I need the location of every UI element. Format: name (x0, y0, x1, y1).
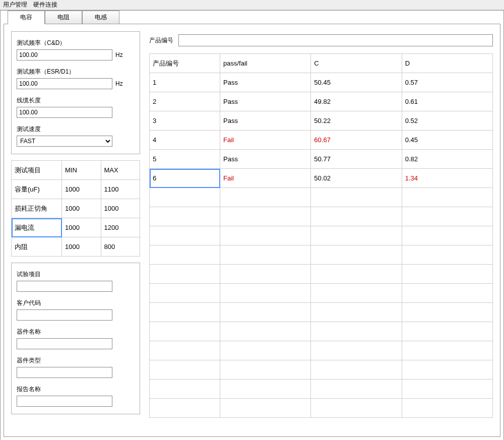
data-id-cell[interactable]: 2 (150, 92, 220, 111)
empty-cell[interactable] (220, 245, 311, 265)
empty-cell[interactable] (220, 226, 311, 245)
table-row-empty[interactable] (150, 207, 493, 226)
empty-cell[interactable] (402, 322, 492, 341)
param-name-cell[interactable]: 内阻 (12, 237, 62, 257)
tab-capacitor[interactable]: 电容 (8, 11, 45, 24)
freq-cd-input[interactable] (17, 49, 112, 60)
table-row-empty[interactable] (150, 188, 493, 207)
empty-cell[interactable] (220, 265, 311, 284)
speed-select[interactable]: FAST (17, 136, 112, 147)
empty-cell[interactable] (311, 188, 402, 207)
data-pf-cell[interactable]: Pass (220, 73, 311, 92)
tab-resistor[interactable]: 电阻 (45, 11, 82, 24)
data-id-cell[interactable]: 1 (150, 73, 220, 92)
empty-cell[interactable] (150, 380, 220, 399)
empty-cell[interactable] (150, 265, 220, 284)
cable-len-input[interactable] (17, 107, 112, 118)
empty-cell[interactable] (150, 399, 220, 418)
tab-inductor[interactable]: 电感 (82, 11, 119, 24)
empty-cell[interactable] (402, 360, 492, 380)
empty-cell[interactable] (150, 322, 220, 341)
data-id-cell[interactable]: 6 (150, 169, 220, 188)
empty-cell[interactable] (402, 245, 492, 265)
table-row-empty[interactable] (150, 360, 493, 380)
data-id-cell[interactable]: 5 (150, 150, 220, 169)
data-c-cell[interactable]: 50.22 (311, 111, 402, 131)
data-c-cell[interactable]: 60.67 (311, 131, 402, 150)
empty-cell[interactable] (150, 188, 220, 207)
product-input[interactable] (178, 34, 493, 46)
empty-cell[interactable] (402, 188, 492, 207)
data-d-cell[interactable]: 0.52 (402, 111, 492, 131)
data-pf-cell[interactable]: Pass (220, 92, 311, 111)
empty-cell[interactable] (150, 245, 220, 265)
table-row[interactable]: 4Fail60.670.45 (150, 131, 493, 150)
empty-cell[interactable] (402, 399, 492, 418)
empty-cell[interactable] (402, 265, 492, 284)
data-c-cell[interactable]: 50.45 (311, 73, 402, 92)
table-row-empty[interactable] (150, 380, 493, 399)
dev-type-input[interactable] (17, 367, 112, 378)
empty-cell[interactable] (150, 207, 220, 226)
empty-cell[interactable] (220, 399, 311, 418)
data-pf-cell[interactable]: Pass (220, 150, 311, 169)
table-row[interactable]: 2Pass49.820.61 (150, 92, 493, 111)
data-pf-cell[interactable]: Fail (220, 131, 311, 150)
empty-cell[interactable] (220, 341, 311, 360)
table-row-empty[interactable] (150, 399, 493, 418)
empty-cell[interactable] (311, 284, 402, 303)
empty-cell[interactable] (220, 360, 311, 380)
report-name-input[interactable] (17, 396, 112, 407)
empty-cell[interactable] (311, 303, 402, 322)
empty-cell[interactable] (402, 284, 492, 303)
table-row-empty[interactable] (150, 245, 493, 265)
dev-name-input[interactable] (17, 338, 112, 349)
param-row[interactable]: 损耗正切角10001000 (12, 199, 140, 218)
empty-cell[interactable] (220, 188, 311, 207)
param-row[interactable]: 容量(uF)10001100 (12, 180, 140, 199)
empty-cell[interactable] (150, 226, 220, 245)
cust-code-input[interactable] (17, 309, 112, 321)
empty-cell[interactable] (311, 207, 402, 226)
empty-cell[interactable] (311, 226, 402, 245)
menu-hw-conn[interactable]: 硬件连接 (33, 1, 57, 9)
empty-cell[interactable] (220, 322, 311, 341)
data-d-cell[interactable]: 0.82 (402, 150, 492, 169)
empty-cell[interactable] (402, 303, 492, 322)
empty-cell[interactable] (150, 360, 220, 380)
test-item-input[interactable] (17, 281, 112, 292)
data-id-cell[interactable]: 3 (150, 111, 220, 131)
param-max-cell[interactable]: 800 (101, 237, 140, 257)
empty-cell[interactable] (402, 380, 492, 399)
empty-cell[interactable] (311, 399, 402, 418)
data-pf-cell[interactable]: Fail (220, 169, 311, 188)
empty-cell[interactable] (220, 303, 311, 322)
param-min-cell[interactable]: 1000 (62, 199, 101, 218)
empty-cell[interactable] (311, 380, 402, 399)
empty-cell[interactable] (150, 284, 220, 303)
param-max-cell[interactable]: 1100 (101, 180, 140, 199)
empty-cell[interactable] (311, 245, 402, 265)
table-row-empty[interactable] (150, 341, 493, 360)
table-row[interactable]: 1Pass50.450.57 (150, 73, 493, 92)
param-max-cell[interactable]: 1200 (101, 218, 140, 237)
empty-cell[interactable] (402, 341, 492, 360)
param-min-cell[interactable]: 1000 (62, 218, 101, 237)
param-row[interactable]: 漏电流10001200 (12, 218, 140, 237)
empty-cell[interactable] (402, 207, 492, 226)
empty-cell[interactable] (220, 284, 311, 303)
empty-cell[interactable] (150, 341, 220, 360)
data-id-cell[interactable]: 4 (150, 131, 220, 150)
table-row-empty[interactable] (150, 284, 493, 303)
param-max-cell[interactable]: 1000 (101, 199, 140, 218)
data-c-cell[interactable]: 50.77 (311, 150, 402, 169)
empty-cell[interactable] (402, 226, 492, 245)
data-c-cell[interactable]: 49.82 (311, 92, 402, 111)
param-name-cell[interactable]: 漏电流 (12, 218, 62, 237)
table-row-empty[interactable] (150, 226, 493, 245)
param-min-cell[interactable]: 1000 (62, 237, 101, 257)
empty-cell[interactable] (311, 341, 402, 360)
param-name-cell[interactable]: 容量(uF) (12, 180, 62, 199)
table-row-empty[interactable] (150, 322, 493, 341)
table-row-empty[interactable] (150, 265, 493, 284)
